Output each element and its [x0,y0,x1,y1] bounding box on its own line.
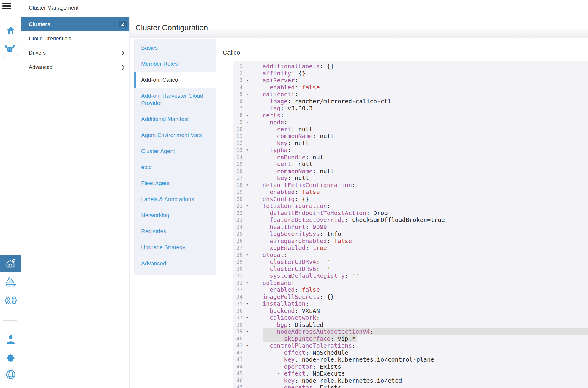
code-line-29[interactable]: 29 clusterCIDRv4: '' [233,258,588,266]
code-text: operator: Exists [263,363,588,370]
code-line-25[interactable]: 25 logSeveritySys: Info [233,231,588,238]
tab-cluster-agent[interactable]: Cluster Agent [134,143,216,159]
tab-add-on-calico[interactable]: Add-on: Calico [134,72,216,88]
code-text: node: [263,119,588,126]
fold-arrow-icon[interactable]: ▾ [246,314,251,321]
code-line-44[interactable]: 44 operator: Exists [233,363,588,370]
fold-arrow-icon[interactable]: ▾ [246,342,251,349]
code-line-39[interactable]: 39▾ nodeAddressAutodetectionV4: [233,328,588,335]
code-line-36[interactable]: 36 backend: VXLAN [233,307,588,315]
tab-upgrade-strategy[interactable]: Upgrade Strategy [134,239,216,255]
code-line-30[interactable]: 30 clusterCIDRv6: '' [233,266,588,273]
fleet-sailboat-icon[interactable] [0,276,21,288]
code-line-32[interactable]: 32▾goldmane: [233,280,588,287]
code-line-24[interactable]: 24 healthPort: 9099 [233,224,588,231]
code-line-13[interactable]: 13▾ typha: [233,147,588,154]
fold-arrow-icon[interactable]: ▾ [246,119,251,126]
code-line-35[interactable]: 35▾installation: [233,300,588,307]
line-number: 4 [234,84,243,91]
fold-arrow-icon[interactable]: ▾ [246,328,251,335]
code-line-9[interactable]: 9▾ node: [233,119,588,126]
code-line-2[interactable]: 2affinity: {} [233,70,588,77]
line-number: 35 [234,300,243,307]
sidebar-item-label: Clusters [29,21,50,28]
code-line-18[interactable]: 18▾defaultFelixConfiguration: [233,182,588,189]
home-icon[interactable] [0,26,21,35]
code-line-37[interactable]: 37▾ calicoNetwork: [233,314,588,321]
code-line-7[interactable]: 7 tag: v3.30.3 [233,105,588,112]
code-line-4[interactable]: 4 enabled: false [233,84,588,91]
harvester-icon[interactable] [0,255,21,272]
line-number: 39 [234,328,243,335]
code-line-47[interactable]: 47 operator: Exists [233,384,588,388]
fold-arrow-icon[interactable]: ▾ [246,77,251,84]
code-line-16[interactable]: 16 commonName: null [233,168,588,175]
code-line-6[interactable]: 6 image: rancher/mirrored-calico-ctl [233,98,588,105]
tab-add-on-harvester-cloud-provider[interactable]: Add-on: Harvester Cloud Provider [134,88,216,111]
tab-registries[interactable]: Registries [134,223,216,239]
fold-arrow-icon[interactable]: ▾ [246,203,251,210]
tab-advanced[interactable]: Advanced [134,255,216,272]
code-line-28[interactable]: 28▾global: [233,252,588,259]
line-number: 44 [234,363,243,370]
tab-basics[interactable]: Basics [134,40,216,56]
fold-arrow-icon[interactable]: ▾ [246,252,251,259]
code-text: commonName: null [263,133,588,140]
tab-member-roles[interactable]: Member Roles [134,56,216,72]
tab-agent-environment-vars[interactable]: Agent Environment Vars [134,127,216,143]
code-line-15[interactable]: 15 cert: null [233,161,588,168]
code-line-19[interactable]: 19 enabled: false [233,189,588,196]
sidebar-item-cloud-credentials[interactable]: Cloud Credentials [21,31,129,46]
code-text: enabled: false [263,189,588,196]
code-line-42[interactable]: 42 - effect: NoSchedule [233,349,588,357]
fold-arrow-icon[interactable]: ▾ [246,300,251,307]
line-number: 2 [234,70,243,77]
code-line-17[interactable]: 17 key: null [233,175,588,182]
code-line-21[interactable]: 21▾felixConfiguration: [233,203,588,210]
fold-arrow-icon[interactable]: ▾ [246,280,251,287]
menu-icon[interactable] [2,3,12,10]
code-line-27[interactable]: 27 xdpEnabled: true [233,245,588,252]
user-icon[interactable] [0,335,21,345]
tab-etcd[interactable]: etcd [134,159,216,175]
code-line-12[interactable]: 12 key: null [233,140,588,147]
tab-labels-annotations[interactable]: Labels & Annotations [134,191,216,207]
code-line-3[interactable]: 3▾apiServer: [233,77,588,84]
fold-arrow-icon[interactable]: ▾ [246,147,251,154]
code-line-8[interactable]: 8▾certs: [233,112,588,119]
code-line-10[interactable]: 10 cert: null [233,126,588,133]
rancher-steer-icon[interactable] [2,42,18,57]
sidebar-item-advanced[interactable]: Advanced [21,60,129,74]
code-line-1[interactable]: 1additionalLabels: {} [233,63,588,70]
code-line-43[interactable]: 43 key: node-role.kubernetes.io/control-… [233,356,588,363]
fold-arrow-icon[interactable]: ▾ [246,91,251,98]
code-line-41[interactable]: 41▾ controlPlaneTolerations: [233,342,588,349]
tab-additional-manifest[interactable]: Additional Manifest [134,111,216,127]
code-line-33[interactable]: 33 enabled: false [233,286,588,294]
code-line-38[interactable]: 38 bgp: Disabled [233,321,588,329]
code-line-5[interactable]: 5▾calicoctl: [233,91,588,98]
code-line-34[interactable]: 34imagePullSecrets: {} [233,294,588,301]
code-line-23[interactable]: 23 featureDetectOverride: ChecksumOffloa… [233,217,588,224]
tab-networking[interactable]: Networking [134,207,216,223]
code-line-20[interactable]: 20dnsConfig: {} [233,196,588,203]
line-number: 30 [234,266,243,273]
sidebar-item-clusters[interactable]: Clusters2 [21,17,129,31]
sidebar-item-drivers[interactable]: Drivers [21,46,129,60]
fold-arrow-icon[interactable]: ▾ [246,182,251,189]
extensions-puzzle-icon[interactable] [0,351,21,362]
code-line-22[interactable]: 22 defaultEndpointToHostAction: Drop [233,210,588,217]
code-line-46[interactable]: 46 key: node-role.kubernetes.io/etcd [233,377,588,384]
yaml-editor[interactable]: 1additionalLabels: {}2affinity: {}3▾apiS… [233,61,588,388]
code-line-14[interactable]: 14 caBundle: null [233,154,588,161]
code-line-31[interactable]: 31 systemDefaultRegistry: '' [233,272,588,280]
rke-wheel-icon[interactable] [0,296,21,305]
fold-arrow-icon[interactable]: ▾ [246,112,251,119]
tab-fleet-agent[interactable]: Fleet Agent [134,175,216,191]
code-line-40[interactable]: 40 skipInterface: vip.* [233,335,588,343]
cluster-count-badge: 2 [119,21,127,27]
code-line-45[interactable]: 45 - effect: NoExecute [233,370,588,377]
globe-icon[interactable] [0,369,21,380]
code-line-26[interactable]: 26 wireguardEnabled: false [233,238,588,245]
code-line-11[interactable]: 11 commonName: null [233,133,588,140]
